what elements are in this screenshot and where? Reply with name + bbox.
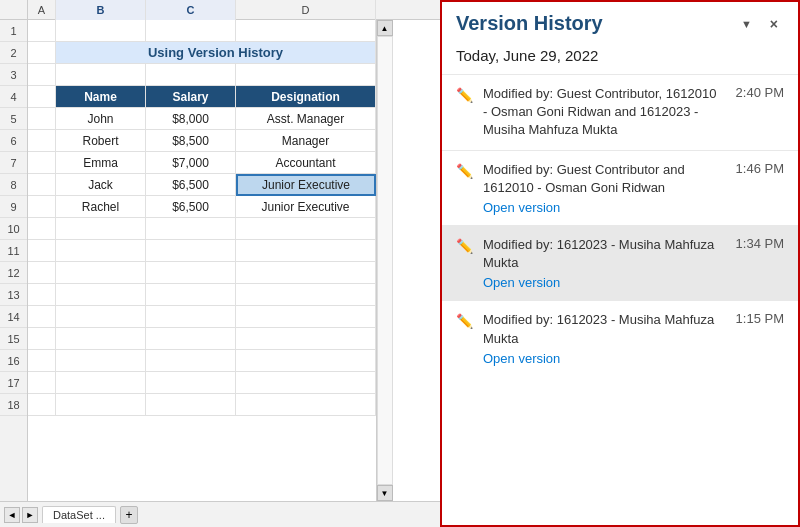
cell-salary-2[interactable]: $8,500: [146, 130, 236, 152]
bottom-tab-bar: ◄ ► DataSet ... +: [0, 501, 440, 527]
scroll-down-button[interactable]: ▼: [377, 485, 393, 501]
version-entry-time-3: 1:34 PM: [734, 236, 784, 251]
cell-b1[interactable]: [56, 20, 146, 42]
open-version-link-4[interactable]: Open version: [483, 351, 724, 366]
cell-a8[interactable]: [28, 174, 56, 196]
grid-row-7: Emma $7,000 Accountant: [28, 152, 376, 174]
cell-a7[interactable]: [28, 152, 56, 174]
scroll-up-button[interactable]: ▲: [377, 20, 393, 36]
grid-row-3: [28, 64, 376, 86]
col-header-b[interactable]: B: [56, 0, 146, 20]
cell-a9[interactable]: [28, 196, 56, 218]
cell-name-2[interactable]: Robert: [56, 130, 146, 152]
open-version-link-3[interactable]: Open version: [483, 275, 724, 290]
version-history-date: Today, June 29, 2022: [442, 41, 798, 74]
cell-title[interactable]: Using Version History: [56, 42, 376, 64]
cell-a6[interactable]: [28, 130, 56, 152]
row-num-17[interactable]: 17: [0, 372, 27, 394]
grid-row-18: [28, 394, 376, 416]
version-entry-text-4: Modified by: 1612023 - Musiha Mahfuza Mu…: [483, 311, 724, 347]
tab-nav-left[interactable]: ◄: [4, 507, 20, 523]
cell-desig-4[interactable]: Junior Executive: [236, 174, 376, 196]
tab-navigation-buttons: ◄ ►: [4, 507, 38, 523]
row-num-3[interactable]: 3: [0, 64, 27, 86]
row-num-11[interactable]: 11: [0, 240, 27, 262]
cell-name-3[interactable]: Emma: [56, 152, 146, 174]
row-num-12[interactable]: 12: [0, 262, 27, 284]
cell-d3[interactable]: [236, 64, 376, 86]
row-num-1[interactable]: 1: [0, 20, 27, 42]
row-num-16[interactable]: 16: [0, 350, 27, 372]
version-history-close-button[interactable]: ×: [764, 14, 784, 34]
col-header-d[interactable]: D: [236, 0, 376, 20]
grid-row-15: [28, 328, 376, 350]
version-history-entries: ✏️ Modified by: Guest Contributor, 16120…: [442, 74, 798, 525]
cell-a4[interactable]: [28, 86, 56, 108]
col-header-a[interactable]: A: [28, 0, 56, 20]
cell-salary-1[interactable]: $8,000: [146, 108, 236, 130]
version-entry-1: ✏️ Modified by: Guest Contributor, 16120…: [442, 74, 798, 150]
spreadsheet: A B C D 1 2 3 4 5 6 7 8 9 10 11 12 13 14: [0, 0, 440, 527]
cell-salary-4[interactable]: $6,500: [146, 174, 236, 196]
cell-a1[interactable]: [28, 20, 56, 42]
cell-header-salary[interactable]: Salary: [146, 86, 236, 108]
cell-d1[interactable]: [236, 20, 376, 42]
cell-salary-3[interactable]: $7,000: [146, 152, 236, 174]
cell-c1[interactable]: [146, 20, 236, 42]
grid-row-10: [28, 218, 376, 240]
row-num-14[interactable]: 14: [0, 306, 27, 328]
scroll-track[interactable]: [377, 36, 393, 485]
grid-row-1: [28, 20, 376, 42]
col-header-c[interactable]: C: [146, 0, 236, 20]
version-history-panel: Version History ▼ × Today, June 29, 2022…: [440, 0, 800, 527]
cell-desig-1[interactable]: Asst. Manager: [236, 108, 376, 130]
cell-salary-5[interactable]: $6,500: [146, 196, 236, 218]
cell-a2[interactable]: [28, 42, 56, 64]
row-num-10[interactable]: 10: [0, 218, 27, 240]
pencil-icon-2: ✏️: [456, 163, 473, 179]
cell-name-1[interactable]: John: [56, 108, 146, 130]
cell-desig-5[interactable]: Junior Executive: [236, 196, 376, 218]
cell-name-4[interactable]: Jack: [56, 174, 146, 196]
version-history-dropdown[interactable]: ▼: [737, 16, 756, 32]
row-num-6[interactable]: 6: [0, 130, 27, 152]
version-entry-text-3: Modified by: 1612023 - Musiha Mahfuza Mu…: [483, 236, 724, 272]
version-entry-text-2: Modified by: Guest Contributor and 16120…: [483, 161, 724, 197]
pencil-icon-4: ✏️: [456, 313, 473, 329]
version-history-actions: ▼ ×: [737, 14, 784, 34]
cell-a3[interactable]: [28, 64, 56, 86]
version-entry-content-4: Modified by: 1612023 - Musiha Mahfuza Mu…: [483, 311, 724, 365]
grid-row-13: [28, 284, 376, 306]
tab-nav-right[interactable]: ►: [22, 507, 38, 523]
row-num-8[interactable]: 8: [0, 174, 27, 196]
cell-c3[interactable]: [146, 64, 236, 86]
version-entry-2: ✏️ Modified by: Guest Contributor and 16…: [442, 150, 798, 225]
vertical-scrollbar: ▲ ▼: [376, 20, 392, 501]
row-num-13[interactable]: 13: [0, 284, 27, 306]
row-num-4[interactable]: 4: [0, 86, 27, 108]
cell-a5[interactable]: [28, 108, 56, 130]
grid-row-11: [28, 240, 376, 262]
version-entry-time-4: 1:15 PM: [734, 311, 784, 326]
row-numbers: 1 2 3 4 5 6 7 8 9 10 11 12 13 14 15 16 1…: [0, 20, 28, 501]
version-entry-text-1: Modified by: Guest Contributor, 1612010 …: [483, 85, 724, 140]
open-version-link-2[interactable]: Open version: [483, 200, 724, 215]
cell-header-name[interactable]: Name: [56, 86, 146, 108]
row-num-5[interactable]: 5: [0, 108, 27, 130]
row-num-15[interactable]: 15: [0, 328, 27, 350]
row-num-9[interactable]: 9: [0, 196, 27, 218]
cell-desig-3[interactable]: Accountant: [236, 152, 376, 174]
grid-row-9: Rachel $6,500 Junior Executive: [28, 196, 376, 218]
row-num-2[interactable]: 2: [0, 42, 27, 64]
grid-row-5: John $8,000 Asst. Manager: [28, 108, 376, 130]
add-sheet-button[interactable]: +: [120, 506, 138, 524]
sheet-tab-dataset[interactable]: DataSet ...: [42, 506, 116, 523]
row-num-18[interactable]: 18: [0, 394, 27, 416]
cell-header-designation[interactable]: Designation: [236, 86, 376, 108]
cell-desig-2[interactable]: Manager: [236, 130, 376, 152]
grid-row-8: Jack $6,500 Junior Executive: [28, 174, 376, 196]
cell-b3[interactable]: [56, 64, 146, 86]
column-headers: A B C D: [0, 0, 440, 20]
row-num-7[interactable]: 7: [0, 152, 27, 174]
cell-name-5[interactable]: Rachel: [56, 196, 146, 218]
